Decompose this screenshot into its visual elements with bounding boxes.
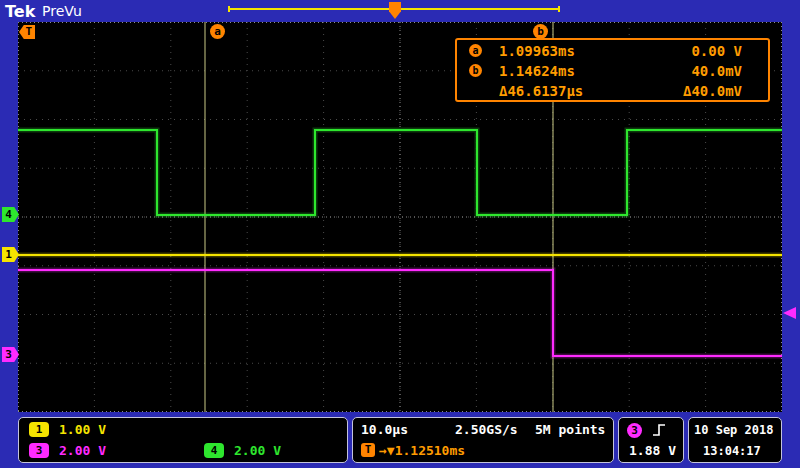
scope-screen: Tek PreVu T a b 4 1 3 a 1.09963ms 0.00 V… [0,0,800,468]
trigger-position-readout: →▼1.12510ms [379,443,465,458]
cursor-delta-row: Δ46.6137µs Δ40.0mV [457,81,768,101]
horizontal-panel: 10.0µs 2.50GS/s 5M points T →▼1.12510ms [352,417,614,463]
acquisition-status: PreVu [42,3,82,19]
channel-marker-1: 1 [2,247,19,262]
date-text: 10 Sep 2018 [694,423,773,437]
trigger-source-badge: 3 [627,423,642,438]
cursor-a-value: 0.00 V [691,43,742,59]
channel-4-badge: 4 [204,443,224,458]
cursor-a-label: a [210,24,225,39]
cursor-b-badge: b [469,64,482,77]
brand-logo: Tek [5,2,35,21]
channel-marker-3: 3 [2,347,19,362]
channel-4-scale: 2.00 V [234,443,281,458]
trigger-position-badge: T [361,443,375,457]
top-bar: Tek PreVu [0,0,800,22]
record-length-value: 5M points [535,422,605,437]
channel-1-scale: 1.00 V [59,422,106,437]
trigger-level-value: 1.88 V [629,443,676,458]
record-trigger-position-icon [389,2,401,19]
timebase-value: 10.0µs [361,422,408,437]
channel-3-badge: 3 [29,443,49,458]
cursor-b-row: b 1.14624ms 40.0mV [457,61,768,81]
cursor-b-label: b [533,24,548,39]
time-text: 13:04:17 [703,444,761,458]
channel-3-scale: 2.00 V [59,443,106,458]
cursor-b-time: 1.14624ms [499,63,575,79]
cursor-a-badge: a [469,44,482,57]
cursor-readout-panel: a 1.09963ms 0.00 V b 1.14624ms 40.0mV Δ4… [455,38,770,102]
datetime-panel: 10 Sep 2018 13:04:17 [688,417,782,463]
sample-rate-value: 2.50GS/s [455,422,518,437]
cursor-b-value: 40.0mV [691,63,742,79]
channel-scales-panel: 1 1.00 V 3 2.00 V 4 2.00 V [18,417,348,463]
cursor-a-time: 1.09963ms [499,43,575,59]
trigger-level-marker [783,307,796,319]
cursor-delta-time: Δ46.6137µs [499,83,583,99]
trigger-slope-icon [651,422,667,438]
channel-1-badge: 1 [29,422,49,437]
trigger-panel: 3 1.88 V [618,417,684,463]
cursor-delta-value: Δ40.0mV [683,83,742,99]
channel-marker-4: 4 [2,207,19,222]
cursor-a-row: a 1.09963ms 0.00 V [457,41,768,61]
